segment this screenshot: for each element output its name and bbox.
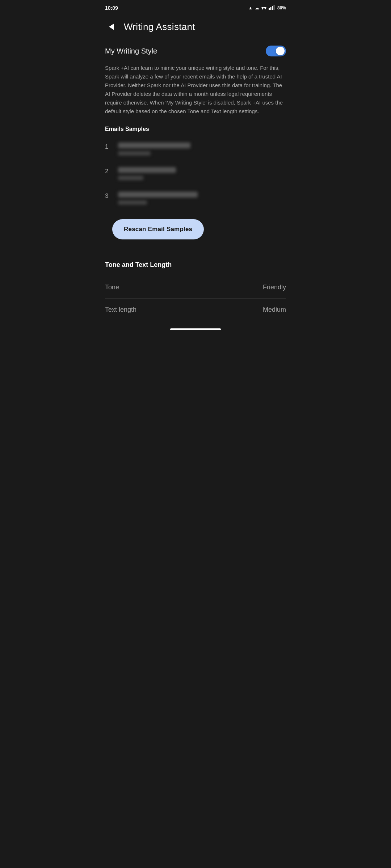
page-title: Writing Assistant [124, 21, 195, 33]
signal-icon [269, 5, 275, 11]
email-number-3: 3 [105, 192, 112, 200]
home-indicator [170, 328, 221, 330]
svg-rect-2 [272, 6, 273, 10]
back-arrow-icon [109, 24, 114, 30]
cloud-icon: ☁ [255, 5, 259, 10]
my-writing-style-label: My Writing Style [105, 47, 157, 55]
tone-label: Tone [105, 284, 119, 291]
text-length-label: Text length [105, 306, 136, 314]
email-preview-3 [118, 200, 147, 205]
tone-value: Friendly [263, 284, 286, 291]
my-writing-style-row: My Writing Style [98, 42, 293, 64]
email-preview-2 [118, 176, 143, 180]
section-divider-bottom [105, 321, 286, 321]
text-length-row[interactable]: Text length Medium [98, 299, 293, 321]
email-content-2 [118, 167, 286, 180]
status-bar: 10:09 ▲ ☁ ▾▾ 80% [98, 0, 293, 14]
toggle-knob [276, 47, 285, 55]
email-content-3 [118, 192, 286, 205]
email-number-2: 2 [105, 168, 112, 175]
svg-rect-1 [270, 7, 271, 10]
writing-style-description: Spark +AI can learn to mimic your unique… [98, 64, 293, 126]
emails-samples-header: Emails Samples [98, 126, 293, 140]
list-item[interactable]: 3 [105, 189, 286, 213]
svg-rect-0 [269, 8, 270, 10]
tone-row[interactable]: Tone Friendly [98, 276, 293, 298]
email-subject-2 [118, 167, 176, 173]
rescan-email-samples-button[interactable]: Rescan Email Samples [112, 219, 204, 239]
tone-text-length-header: Tone and Text Length [98, 251, 293, 276]
battery-indicator: 80% [277, 5, 286, 10]
notification-icon: ▲ [248, 5, 253, 10]
email-content-1 [118, 142, 286, 156]
email-number-1: 1 [105, 143, 112, 150]
text-length-value: Medium [263, 306, 286, 314]
status-time: 10:09 [105, 5, 118, 11]
my-writing-style-toggle[interactable] [266, 46, 286, 56]
page-header: Writing Assistant [98, 14, 293, 42]
status-icons: ▲ ☁ ▾▾ 80% [248, 5, 286, 11]
list-item[interactable]: 2 [105, 164, 286, 189]
svg-rect-3 [273, 5, 274, 10]
wifi-icon: ▾▾ [261, 5, 266, 11]
email-samples-list: 1 2 3 [98, 140, 293, 213]
email-subject-3 [118, 192, 198, 197]
email-subject-1 [118, 142, 190, 148]
back-button[interactable] [105, 20, 118, 33]
email-preview-1 [118, 151, 151, 156]
list-item[interactable]: 1 [105, 140, 286, 164]
